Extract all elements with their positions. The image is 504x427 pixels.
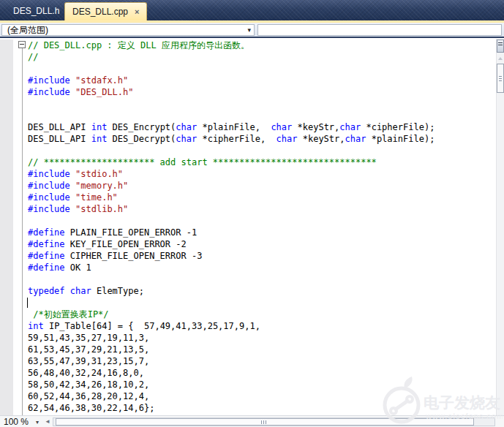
code-line: #include "time.h" bbox=[28, 192, 435, 203]
tab-label: DES_DLL.cpp bbox=[72, 7, 128, 17]
code-line: DES_DLL_API int DES_Decrypt(char *cipher… bbox=[28, 133, 435, 145]
scrollbar-corner bbox=[495, 416, 504, 427]
code-line: 61,53,45,37,29,21,13,5, bbox=[28, 344, 435, 355]
text-cursor bbox=[27, 298, 28, 308]
code-text[interactable]: // DES_DLL.cpp : 定义 DLL 应用程序的导出函数。// #in… bbox=[28, 39, 435, 426]
zoom-level-dropdown[interactable]: 100 % ▾ bbox=[4, 417, 29, 427]
code-line: #include "stdafx.h" bbox=[28, 75, 435, 86]
vertical-scrollbar[interactable] bbox=[496, 39, 504, 415]
scroll-up-arrow-icon[interactable] bbox=[498, 57, 503, 60]
code-editor[interactable]: // DES_DLL.cpp : 定义 DLL 应用程序的导出函数。// #in… bbox=[0, 39, 496, 427]
code-line bbox=[28, 145, 435, 156]
vs-editor-window: { "tabs": [ { "label": "DES_DLL.h", "act… bbox=[0, 0, 504, 427]
splitter-handle-icon[interactable] bbox=[497, 39, 504, 53]
editor-bottom-bar: 100 % ▾ ◄ bbox=[0, 415, 504, 427]
code-line: #define PLAIN_FILE_OPEN_ERROR -1 bbox=[28, 227, 435, 238]
code-line: 56,48,40,32,24,16,8,0, bbox=[28, 367, 435, 379]
code-line bbox=[28, 63, 435, 75]
indicator-margin bbox=[0, 39, 13, 427]
navigation-bar: (全局范围) ▾ bbox=[0, 23, 504, 38]
document-tab-strip: DES_DLL.h DES_DLL.cpp × bbox=[0, 0, 504, 20]
code-line: #include "DES_DLL.h" bbox=[28, 86, 435, 98]
tab-des-dll-h[interactable]: DES_DLL.h bbox=[4, 3, 68, 20]
code-line bbox=[28, 98, 435, 110]
code-line bbox=[28, 215, 435, 227]
code-line: int IP_Table[64] = { 57,49,41,33,25,17,9… bbox=[28, 320, 435, 332]
scope-dropdown[interactable]: (全局范围) ▾ bbox=[1, 24, 255, 36]
code-line: 58,50,42,34,26,18,10,2, bbox=[28, 379, 435, 390]
tab-des-dll-cpp[interactable]: DES_DLL.cpp × bbox=[64, 2, 147, 20]
code-line: #define KEY_FILE_OPEN_ERROR -2 bbox=[28, 238, 435, 250]
close-icon[interactable]: × bbox=[135, 8, 139, 16]
code-line: #include "memory.h" bbox=[28, 180, 435, 192]
collapse-toggle-icon[interactable] bbox=[18, 41, 26, 48]
tab-label: DES_DLL.h bbox=[13, 6, 59, 16]
outline-guide-line bbox=[22, 48, 23, 427]
zoom-level-value: 100 % bbox=[4, 417, 29, 427]
code-line: 60,52,44,36,28,20,12,4, bbox=[28, 390, 435, 402]
horizontal-scrollbar[interactable] bbox=[53, 417, 495, 426]
code-line bbox=[28, 297, 435, 309]
vertical-scrollbar-thumb[interactable] bbox=[497, 64, 504, 93]
code-line: 63,55,47,39,31,23,15,7, bbox=[28, 355, 435, 367]
code-line: // ********************* add start *****… bbox=[28, 156, 435, 168]
scope-dropdown-value: (全局范围) bbox=[7, 26, 48, 35]
code-line: // DES_DLL.cpp : 定义 DLL 应用程序的导出函数。 bbox=[28, 39, 435, 51]
code-line: 62,54,46,38,30,22,14,6}; bbox=[28, 402, 435, 414]
member-dropdown[interactable] bbox=[257, 24, 502, 36]
code-line: 59,51,43,35,27,19,11,3, bbox=[28, 332, 435, 344]
chevron-down-icon[interactable]: ▾ bbox=[247, 26, 251, 35]
code-line: DES_DLL_API int DES_Encrypt(char *plainF… bbox=[28, 121, 435, 133]
scroll-left-arrow-icon[interactable]: ◄ bbox=[45, 418, 50, 426]
code-line: #define OK 1 bbox=[28, 262, 435, 273]
code-line: #define CIPHER_FILE_OPEN_ERROR -3 bbox=[28, 250, 435, 262]
code-line: typedef char ElemType; bbox=[28, 285, 435, 297]
code-line bbox=[28, 273, 435, 285]
horizontal-scrollbar-thumb[interactable] bbox=[56, 418, 474, 426]
code-line: /*初始置换表IP*/ bbox=[28, 309, 435, 320]
code-line: // bbox=[28, 51, 435, 63]
code-line: #include "stdio.h" bbox=[28, 168, 435, 180]
code-line: #include "stdlib.h" bbox=[28, 203, 435, 215]
code-line bbox=[28, 110, 435, 121]
